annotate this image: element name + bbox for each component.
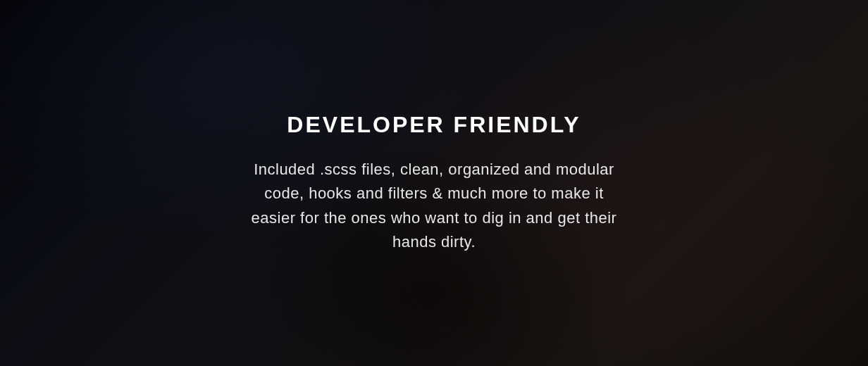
hero-content: DEVELOPER FRIENDLY Included .scss files,…	[237, 112, 631, 253]
hero-description: Included .scss files, clean, organized a…	[251, 158, 617, 253]
hero-section: DEVELOPER FRIENDLY Included .scss files,…	[0, 0, 868, 366]
hero-heading: DEVELOPER FRIENDLY	[251, 112, 617, 138]
